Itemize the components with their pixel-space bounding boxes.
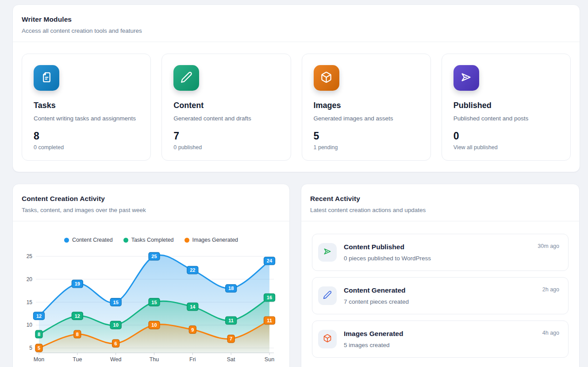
module-description: Generated content and drafts xyxy=(173,115,279,122)
svg-text:5: 5 xyxy=(29,345,32,351)
svg-text:22: 22 xyxy=(190,267,195,273)
pencil-icon xyxy=(323,290,332,301)
svg-text:Wed: Wed xyxy=(110,356,122,363)
module-title: Images xyxy=(314,101,419,110)
svg-text:7: 7 xyxy=(230,336,232,341)
activity-list-item[interactable]: Images Generated 5 images created 4h ago xyxy=(312,321,569,358)
legend-item-tasks-completed[interactable]: Tasks Completed xyxy=(123,237,174,243)
svg-text:25: 25 xyxy=(151,254,157,259)
module-description: Content writing tasks and assignments xyxy=(34,115,139,122)
svg-text:6: 6 xyxy=(115,341,117,346)
modules-grid: Tasks Content writing tasks and assignme… xyxy=(13,42,580,172)
module-card-tasks[interactable]: Tasks Content writing tasks and assignme… xyxy=(22,54,151,161)
writer-modules-title: Writer Modules xyxy=(22,15,571,23)
svg-text:Fri: Fri xyxy=(189,356,196,363)
module-sub-stat: 1 pending xyxy=(314,144,419,151)
svg-text:12: 12 xyxy=(75,313,80,319)
module-title: Content xyxy=(173,101,279,110)
file-icon xyxy=(41,71,53,85)
module-sub-stat: 0 completed xyxy=(34,144,139,151)
activity-item-timestamp: 4h ago xyxy=(542,330,559,336)
chart-panel-subtitle: Tasks, content, and images over the past… xyxy=(22,207,281,213)
module-sub-stat: View all published xyxy=(453,144,559,151)
module-card-images[interactable]: Images Generated images and assets 5 1 p… xyxy=(302,54,431,161)
send-icon-tile xyxy=(453,65,479,91)
svg-text:9: 9 xyxy=(191,327,194,332)
legend-dot-icon xyxy=(184,238,189,243)
chart-panel-header: Content Creation Activity Tasks, content… xyxy=(13,184,289,221)
send-icon-tile xyxy=(318,243,337,262)
content-creation-activity-panel: Content Creation Activity Tasks, content… xyxy=(12,184,290,367)
svg-text:25: 25 xyxy=(27,253,33,259)
writer-modules-panel: Writer Modules Access all content creati… xyxy=(12,4,580,172)
legend-item-images-generated[interactable]: Images Generated xyxy=(184,237,238,243)
svg-text:15: 15 xyxy=(27,299,33,305)
svg-text:Tue: Tue xyxy=(73,356,82,363)
svg-text:Mon: Mon xyxy=(34,356,44,363)
module-description: Generated images and assets xyxy=(314,115,419,122)
legend-label: Images Generated xyxy=(192,237,238,243)
module-count: 0 xyxy=(453,130,559,142)
recent-activity-subtitle: Latest content creation actions and upda… xyxy=(310,207,570,213)
svg-text:24: 24 xyxy=(267,258,273,263)
pencil-icon xyxy=(181,71,192,85)
svg-text:10: 10 xyxy=(113,322,119,328)
activity-list: Content Published 0 pieces published to … xyxy=(301,221,579,367)
svg-text:14: 14 xyxy=(190,304,196,309)
svg-text:Thu: Thu xyxy=(150,356,159,363)
pencil-icon-tile xyxy=(173,65,199,91)
cube-icon xyxy=(320,71,332,85)
legend-dot-icon xyxy=(64,238,69,243)
activity-item-title: Content Published xyxy=(344,243,530,251)
activity-item-description: 7 content pieces created xyxy=(344,298,535,305)
module-count: 7 xyxy=(173,130,279,142)
svg-text:Sat: Sat xyxy=(227,356,235,363)
activity-item-title: Images Generated xyxy=(344,330,535,338)
module-count: 8 xyxy=(34,130,139,142)
legend-dot-icon xyxy=(123,238,128,243)
chart-area: Content CreatedTasks CompletedImages Gen… xyxy=(13,221,289,367)
recent-activity-header: Recent Activity Latest content creation … xyxy=(301,184,579,221)
svg-text:11: 11 xyxy=(228,318,234,323)
recent-activity-panel: Recent Activity Latest content creation … xyxy=(301,184,580,367)
legend-label: Tasks Completed xyxy=(131,237,174,243)
module-title: Tasks xyxy=(34,101,139,110)
cube-icon xyxy=(323,334,332,344)
writer-modules-subtitle: Access all content creation tools and fe… xyxy=(22,27,571,34)
svg-text:15: 15 xyxy=(113,300,119,305)
svg-text:12: 12 xyxy=(36,313,42,319)
activity-item-timestamp: 30m ago xyxy=(538,243,559,249)
module-count: 5 xyxy=(314,130,419,142)
cube-icon-tile xyxy=(318,330,337,348)
activity-item-description: 5 images created xyxy=(344,341,535,349)
pencil-icon-tile xyxy=(318,286,337,305)
writer-modules-header: Writer Modules Access all content creati… xyxy=(13,5,580,42)
svg-text:15: 15 xyxy=(151,300,157,305)
svg-text:10: 10 xyxy=(151,322,157,328)
activity-item-title: Content Generated xyxy=(344,286,535,294)
svg-text:8: 8 xyxy=(76,332,79,337)
send-icon xyxy=(323,247,332,258)
svg-text:11: 11 xyxy=(267,318,272,323)
svg-text:18: 18 xyxy=(228,286,234,291)
activity-list-item[interactable]: Content Generated 7 content pieces creat… xyxy=(312,277,569,314)
send-icon xyxy=(460,71,472,85)
chart-legend: Content CreatedTasks CompletedImages Gen… xyxy=(13,236,289,244)
legend-item-content-created[interactable]: Content Created xyxy=(64,237,113,243)
chart-panel-title: Content Creation Activity xyxy=(22,195,281,203)
module-card-content[interactable]: Content Generated content and drafts 7 0… xyxy=(161,54,291,161)
activity-item-timestamp: 2h ago xyxy=(542,286,559,293)
module-title: Published xyxy=(453,101,559,110)
legend-label: Content Created xyxy=(72,237,113,243)
module-sub-stat: 0 published xyxy=(173,144,279,151)
activity-line-chart[interactable]: 510152025MonTueWedThuFriSatSun1219152522… xyxy=(13,247,290,367)
svg-text:16: 16 xyxy=(267,295,272,300)
cube-icon-tile xyxy=(314,65,339,91)
svg-text:19: 19 xyxy=(75,281,80,286)
module-description: Published content and posts xyxy=(453,115,559,122)
module-card-published[interactable]: Published Published content and posts 0 … xyxy=(442,54,571,161)
file-icon-tile xyxy=(34,65,59,91)
activity-list-item[interactable]: Content Published 0 pieces published to … xyxy=(312,234,569,271)
svg-text:10: 10 xyxy=(27,322,33,328)
activity-item-description: 0 pieces published to WordPress xyxy=(344,255,530,262)
